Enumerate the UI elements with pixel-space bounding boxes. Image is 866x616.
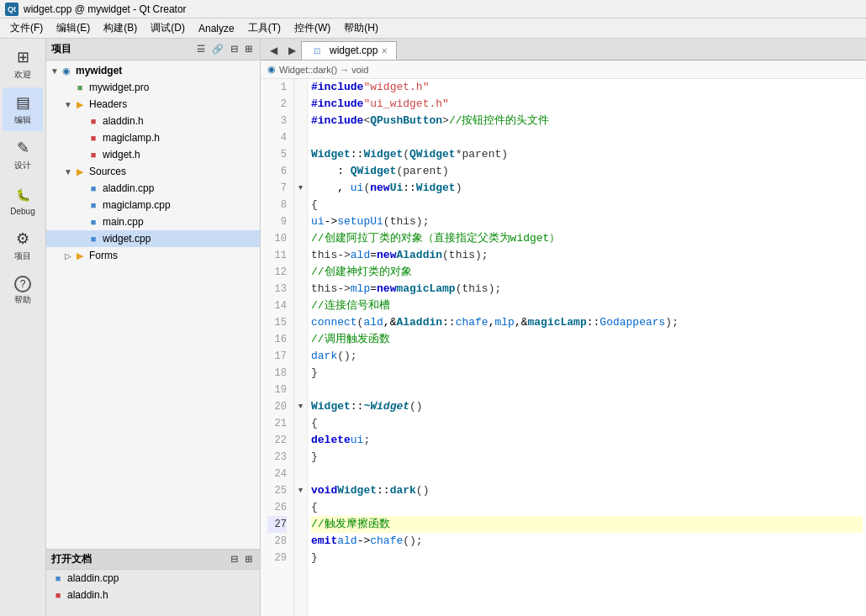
icon-sidebar: ⊞ 欢迎 ▤ 编辑 ✎ 设计 🐛 Debug ⚙ 项目 ? 帮助 bbox=[0, 39, 46, 616]
menu-edit[interactable]: 编辑(E) bbox=[50, 19, 97, 37]
ln-20: 20 bbox=[267, 398, 287, 415]
menu-help[interactable]: 帮助(H) bbox=[337, 19, 385, 37]
code-line-13: this->mlp=new magicLamp(this); bbox=[311, 281, 863, 297]
cpp-icon-1: ■ bbox=[87, 182, 100, 195]
code-editor[interactable]: 1 2 3 4 5 6 7 8 9 10 11 12 13 14 15 16 1… bbox=[261, 79, 866, 616]
code-line-15: connect(ald,&Aladdin::chafe,mlp,&magicLa… bbox=[311, 314, 863, 331]
ln-13: 13 bbox=[267, 281, 287, 297]
ga-20: ▼ bbox=[294, 398, 307, 415]
sidebar-debug[interactable]: 🐛 Debug bbox=[3, 178, 43, 222]
folder-forms-icon: ▶ bbox=[73, 249, 87, 262]
code-line-18: } bbox=[311, 365, 863, 382]
ga-11 bbox=[294, 247, 307, 264]
code-line-26: { bbox=[311, 499, 863, 516]
menu-debug[interactable]: 调试(D) bbox=[144, 19, 192, 37]
root-icon: ◉ bbox=[60, 64, 73, 77]
tree-label-main-cpp: main.cpp bbox=[103, 216, 144, 228]
ln-11: 11 bbox=[267, 247, 287, 264]
sidebar-help[interactable]: ? 帮助 bbox=[3, 269, 43, 313]
ln-16: 16 bbox=[267, 331, 287, 348]
tree-item-forms[interactable]: ▷ ▶ Forms bbox=[46, 247, 260, 264]
code-line-28: emit ald->chafe(); bbox=[311, 533, 863, 550]
tree-item-magiclamp-cpp[interactable]: ■ magiclamp.cpp bbox=[46, 197, 260, 213]
ln-29: 29 bbox=[267, 550, 287, 566]
ga-14 bbox=[294, 297, 307, 314]
open-file-aladdin-h[interactable]: ■ aladdin.h bbox=[46, 587, 260, 603]
expand-btn[interactable]: ⊞ bbox=[242, 43, 255, 55]
ln-18: 18 bbox=[267, 365, 287, 382]
sidebar-design[interactable]: ✎ 设计 bbox=[3, 133, 43, 176]
tree-arrow-sources: ▼ bbox=[63, 167, 73, 176]
code-content[interactable]: #include "widget.h" #include "ui_widget.… bbox=[308, 79, 866, 616]
code-line-2: #include "ui_widget.h" bbox=[311, 96, 863, 113]
tab-label: widget.cpp bbox=[330, 45, 378, 56]
tree-label-aladdin-cpp: aladdin.cpp bbox=[103, 182, 154, 194]
tree-item-root[interactable]: ▼ ◉ mywidget bbox=[46, 62, 260, 79]
filter-btn[interactable]: ☰ bbox=[194, 43, 208, 55]
ln-10: 10 bbox=[267, 230, 287, 247]
tree-item-pro[interactable]: ■ mywidget.pro bbox=[46, 79, 260, 96]
ga-5 bbox=[294, 146, 307, 163]
tab-cpp-icon: ⊡ bbox=[310, 44, 324, 57]
collapse-btn[interactable]: ⊟ bbox=[228, 43, 240, 55]
ga-7: ▼ bbox=[294, 180, 307, 197]
tree-label-widget-cpp: widget.cpp bbox=[103, 233, 150, 245]
welcome-icon: ⊞ bbox=[13, 47, 33, 67]
ln-1: 1 bbox=[267, 79, 287, 96]
ga-3 bbox=[294, 113, 307, 129]
tree-label-aladdinh: aladdin.h bbox=[103, 115, 144, 127]
ln-15: 15 bbox=[267, 314, 287, 331]
ga-16 bbox=[294, 331, 307, 348]
ln-25: 25 bbox=[267, 482, 287, 499]
ga-22 bbox=[294, 432, 307, 449]
menu-widgets[interactable]: 控件(W) bbox=[288, 19, 337, 37]
open-file-label-1: aladdin.cpp bbox=[67, 572, 119, 584]
tree-item-aladdin-cpp[interactable]: ■ aladdin.cpp bbox=[46, 180, 260, 197]
code-line-5: Widget::Widget(QWidget *parent) bbox=[311, 146, 863, 163]
open-file-aladdin-cpp[interactable]: ■ aladdin.cpp bbox=[46, 570, 260, 587]
tab-widget-cpp[interactable]: ⊡ widget.cpp ✕ bbox=[301, 41, 397, 60]
ln-26: 26 bbox=[267, 499, 287, 516]
menu-build[interactable]: 构建(B) bbox=[97, 19, 144, 37]
open-files-close[interactable]: ⊞ bbox=[242, 553, 255, 566]
tab-close-btn[interactable]: ✕ bbox=[381, 46, 388, 55]
line-numbers: 1 2 3 4 5 6 7 8 9 10 11 12 13 14 15 16 1… bbox=[261, 79, 294, 616]
ln-17: 17 bbox=[267, 348, 287, 365]
ln-28: 28 bbox=[267, 533, 287, 550]
tree-arrow-root: ▼ bbox=[50, 66, 60, 76]
help-icon: ? bbox=[14, 276, 31, 292]
tree-item-widget-cpp[interactable]: ■ widget.cpp bbox=[46, 230, 260, 247]
tree-item-widget-h[interactable]: ■ widget.h bbox=[46, 146, 260, 163]
tree-arrow-headers: ▼ bbox=[63, 100, 73, 109]
menu-file[interactable]: 文件(F) bbox=[3, 19, 50, 37]
tree-item-sources[interactable]: ▼ ▶ Sources bbox=[46, 163, 260, 180]
menu-analyze[interactable]: Analyze bbox=[192, 21, 241, 36]
menu-bar: 文件(F) 编辑(E) 构建(B) 调试(D) Analyze 工具(T) 控件… bbox=[0, 18, 866, 39]
ln-8: 8 bbox=[267, 197, 287, 213]
sidebar-welcome[interactable]: ⊞ 欢迎 bbox=[3, 42, 43, 86]
nav-back[interactable]: ◀ bbox=[264, 41, 283, 60]
ga-24 bbox=[294, 466, 307, 482]
code-line-3: #include<QPushButton>//按钮控件的头文件 bbox=[311, 113, 863, 129]
tree-item-headers[interactable]: ▼ ▶ Headers bbox=[46, 96, 260, 113]
tree-item-aladdinh[interactable]: ■ aladdin.h bbox=[46, 113, 260, 129]
main-layout: ⊞ 欢迎 ▤ 编辑 ✎ 设计 🐛 Debug ⚙ 项目 ? 帮助 项目 ☰ bbox=[0, 39, 866, 616]
ln-19: 19 bbox=[267, 382, 287, 398]
tree-item-main-cpp[interactable]: ■ main.cpp bbox=[46, 213, 260, 230]
open-files-lock[interactable]: ⊟ bbox=[228, 553, 240, 566]
sidebar-edit[interactable]: ▤ 编辑 bbox=[3, 87, 43, 131]
tree-item-magiclamp-h[interactable]: ■ magiclamp.h bbox=[46, 129, 260, 146]
link-btn[interactable]: 🔗 bbox=[209, 43, 226, 55]
ga-10 bbox=[294, 230, 307, 247]
tree-label-magiclamp-h: magiclamp.h bbox=[103, 132, 160, 144]
ln-12: 12 bbox=[267, 264, 287, 281]
h-icon-2: ■ bbox=[87, 131, 100, 145]
code-line-21: { bbox=[311, 415, 863, 432]
menu-tools[interactable]: 工具(T) bbox=[241, 19, 288, 37]
ga-4 bbox=[294, 129, 307, 146]
nav-forward[interactable]: ▶ bbox=[283, 41, 301, 60]
pro-icon: ■ bbox=[73, 81, 87, 94]
sidebar-project[interactable]: ⚙ 项目 bbox=[3, 224, 43, 267]
open-files-header: 打开文档 ⊟ ⊞ bbox=[46, 550, 260, 570]
open-cpp-icon-1: ■ bbox=[51, 571, 65, 585]
